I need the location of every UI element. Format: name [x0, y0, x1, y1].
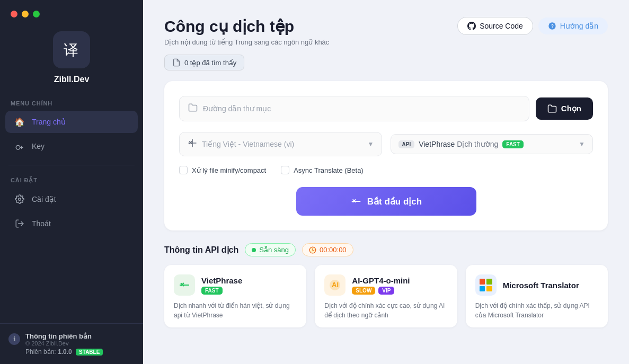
github-icon: [467, 22, 476, 30]
vietphrase-desc: Dịch nhanh với từ điển hán việt, sử dụng…: [174, 301, 297, 320]
page-title: Công cụ dịch tệp: [164, 17, 329, 36]
api-select[interactable]: API VietPhrase Dịch thường FAST ▼: [391, 134, 593, 154]
translate-button[interactable]: Bắt đầu dịch: [296, 187, 476, 216]
version-number-row: Phiên bản: 1.0.0 STABLE: [25, 348, 103, 356]
api-cards-row: VietPhrase FAST Dịch nhanh với từ điển h…: [164, 265, 608, 327]
api-card-vietphrase: VietPhrase FAST Dịch nhanh với từ điển h…: [164, 265, 306, 327]
folder-placeholder: Đường dẫn thư mục: [203, 104, 271, 113]
status-dot: [252, 248, 256, 252]
traffic-lights: [0, 0, 143, 26]
sidebar-item-key-label: Key: [32, 142, 45, 150]
app-logo: 译 Zibll.Dev: [0, 26, 143, 95]
ms-desc: Dịch với độ chính xác thấp, sử dụng API …: [475, 301, 598, 320]
chevron-down-icon: ▼: [368, 140, 374, 148]
home-icon: 🏠: [14, 116, 25, 128]
info-icon: ℹ: [8, 333, 20, 345]
api-card-microsoft: Microsoft Translator Dịch với độ chính x…: [466, 265, 608, 327]
exit-icon: [14, 218, 25, 229]
source-code-button[interactable]: Source Code: [457, 17, 533, 35]
settings-icon: [14, 193, 25, 205]
svg-text:AI: AI: [332, 281, 339, 289]
language-select[interactable]: Tiếng Việt - Vietnamese (vi) ▼: [179, 132, 382, 156]
files-count: 0 tệp đã tìm thấy: [184, 59, 236, 67]
menu-main-label: MENU CHÍNH: [0, 95, 143, 110]
app-name: Zibll.Dev: [54, 75, 90, 84]
async-checkbox-box[interactable]: [281, 166, 289, 174]
version-number: 1.0.0: [58, 348, 72, 356]
header-actions: Source Code ? Hướng dẫn: [457, 17, 608, 35]
sidebar-divider: [8, 165, 135, 165]
api-info-section: Thông tin API dịch Sẵn sàng 00:00:00: [164, 243, 608, 327]
checkboxes-row: Xử lý file minify/compact Async Translat…: [179, 166, 593, 174]
folder-input-wrap[interactable]: Đường dẫn thư mục: [179, 96, 529, 121]
ms-logo: [475, 274, 497, 296]
sidebar-item-settings-label: Cài đặt: [32, 195, 56, 203]
sidebar-item-settings[interactable]: Cài đặt: [5, 188, 138, 210]
minify-checkbox-box[interactable]: [179, 166, 188, 174]
choose-label: Chọn: [561, 104, 581, 113]
api-name: VietPhrase Dịch thường: [419, 140, 498, 148]
api-card-gpt: AI AI-GPT4-o-mini SLOW VIP Dịch với độ c…: [315, 265, 457, 327]
settings-section-label: CÀI ĐẶT: [0, 172, 143, 187]
stable-badge: STABLE: [76, 349, 103, 356]
app-icon: 译: [53, 31, 90, 68]
ms-name: Microsoft Translator: [503, 281, 579, 290]
help-icon: ?: [548, 22, 556, 30]
api-info-header: Thông tin API dịch Sẵn sàng 00:00:00: [164, 243, 608, 256]
api-chevron-icon: ▼: [579, 140, 585, 148]
sidebar-item-key[interactable]: Key: [5, 135, 138, 157]
minify-checkbox[interactable]: Xử lý file minify/compact: [179, 166, 266, 174]
choose-icon: [547, 104, 557, 113]
main-card: Đường dẫn thư mục Chọn Tiếng Việt -: [164, 81, 608, 230]
file-icon: [172, 58, 181, 67]
gpt-name: AI-GPT4-o-mini: [352, 276, 410, 285]
close-button[interactable]: [11, 11, 17, 17]
sidebar-item-home[interactable]: 🏠 Trang chủ: [5, 111, 138, 133]
choose-button[interactable]: Chọn: [536, 97, 593, 120]
status-text: Sẵn sàng: [259, 246, 289, 254]
files-found-badge: 0 tệp đã tìm thấy: [164, 55, 244, 70]
version-label: Phiên bản:: [25, 348, 56, 356]
version-title: Thông tin phiên bản: [25, 332, 103, 340]
timer-icon: [309, 246, 316, 254]
timer-badge: 00:00:00: [302, 243, 353, 256]
minimize-button[interactable]: [22, 11, 29, 17]
async-label: Async Translate (Beta): [294, 166, 364, 174]
maximize-button[interactable]: [33, 11, 40, 17]
sidebar-item-home-label: Trang chủ: [32, 118, 66, 126]
folder-row: Đường dẫn thư mục Chọn: [179, 96, 593, 121]
minify-label: Xử lý file minify/compact: [192, 166, 266, 174]
sidebar: 译 Zibll.Dev MENU CHÍNH 🏠 Trang chủ Key C…: [0, 0, 143, 364]
lang-api-row: Tiếng Việt - Vietnamese (vi) ▼ API VietP…: [179, 132, 593, 156]
gpt-logo: AI: [324, 274, 345, 296]
vietphrase-fast-badge: FAST: [201, 287, 223, 295]
gpt-badges: SLOW VIP: [352, 287, 410, 295]
api-info-title: Thông tin API dịch: [164, 245, 238, 255]
svg-text:译: 译: [64, 42, 78, 58]
gpt-slow-badge: SLOW: [352, 287, 375, 295]
sidebar-item-exit-label: Thoát: [32, 219, 51, 228]
async-checkbox[interactable]: Async Translate (Beta): [281, 166, 364, 174]
timer-text: 00:00:00: [320, 246, 347, 254]
main-content: Công cụ dịch tệp Dịch nội dung từ tiếng …: [143, 0, 629, 364]
status-ready-badge: Sẵn sàng: [245, 243, 296, 256]
source-code-label: Source Code: [480, 22, 523, 30]
api-label: API: [398, 140, 415, 148]
svg-point-1: [16, 146, 20, 150]
sidebar-item-exit[interactable]: Thoát: [5, 212, 138, 235]
page-header: Công cụ dịch tệp Dịch nội dung từ tiếng …: [164, 17, 608, 46]
version-section: ℹ Thông tin phiên bản © 2024 Zibll.Dev P…: [0, 323, 143, 364]
guide-label: Hướng dẫn: [560, 22, 598, 30]
page-subtitle: Dịch nội dung từ tiếng Trung sang các ng…: [164, 38, 329, 46]
vietphrase-name: VietPhrase: [201, 276, 242, 285]
gpt-desc: Dịch với độ chính xác cực cao, sử dụng A…: [324, 301, 447, 320]
translate-icon: [187, 138, 198, 150]
gpt-vip-badge: VIP: [378, 287, 394, 295]
svg-point-2: [19, 198, 21, 201]
translate-icon: [350, 196, 362, 207]
language-text: Tiếng Việt - Vietnamese (vi): [202, 140, 294, 148]
vietphrase-logo: [174, 274, 195, 296]
guide-button[interactable]: ? Hướng dẫn: [538, 17, 608, 34]
folder-icon: [188, 103, 198, 114]
translate-label: Bắt đầu dịch: [367, 196, 422, 207]
